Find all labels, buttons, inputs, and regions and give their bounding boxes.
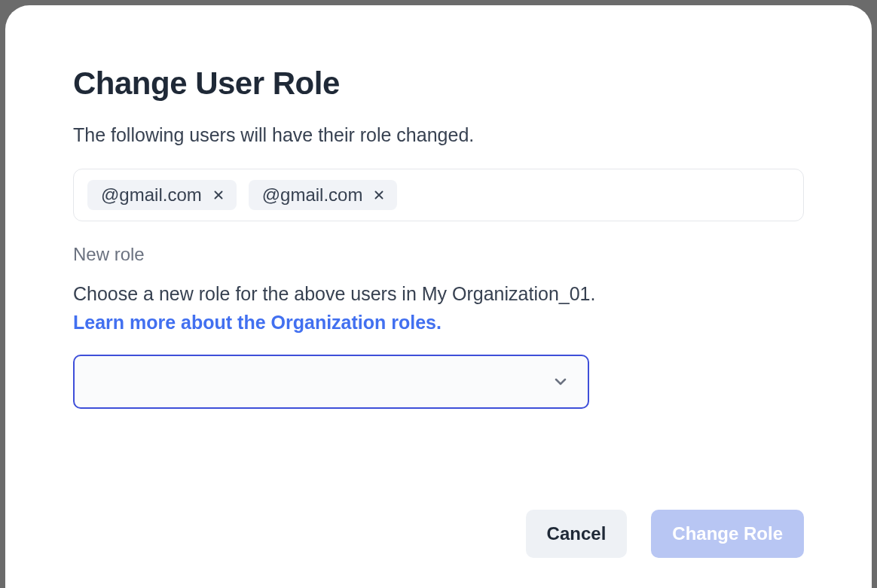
close-icon (372, 188, 386, 202)
remove-user-button[interactable] (209, 186, 228, 204)
selected-users-container: @gmail.com @gmail.com (73, 169, 804, 221)
new-role-description: Choose a new role for the above users in… (73, 283, 595, 304)
new-role-description-block: Choose a new role for the above users in… (73, 280, 804, 337)
chevron-down-icon (552, 373, 570, 391)
change-role-button[interactable]: Change Role (651, 510, 804, 558)
role-select-dropdown[interactable] (73, 355, 589, 409)
remove-user-button[interactable] (370, 186, 388, 204)
user-chip-email: @gmail.com (101, 184, 202, 206)
user-chip-email: @gmail.com (262, 184, 363, 206)
user-chip: @gmail.com (249, 180, 398, 210)
new-role-label: New role (73, 244, 804, 265)
modal-subtitle: The following users will have their role… (73, 124, 804, 146)
close-icon (212, 188, 225, 202)
cancel-button[interactable]: Cancel (526, 510, 628, 558)
learn-more-link[interactable]: Learn more about the Organization roles. (73, 312, 442, 333)
change-role-modal: Change User Role The following users wil… (5, 5, 872, 588)
modal-title: Change User Role (73, 66, 804, 102)
modal-footer: Cancel Change Role (73, 480, 804, 558)
user-chip: @gmail.com (87, 180, 237, 210)
